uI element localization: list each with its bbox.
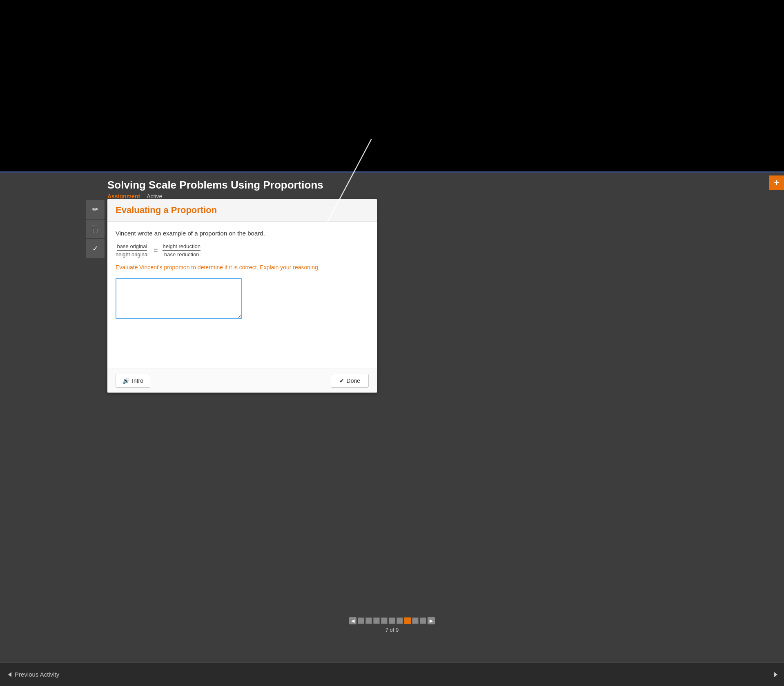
right-fraction-top: height reduction: [163, 243, 200, 251]
page-dot-9[interactable]: [420, 617, 426, 624]
pencil-tool-button[interactable]: ✏: [86, 200, 105, 219]
page-dots: ◀ ▶: [349, 617, 435, 624]
page-dot-6[interactable]: [396, 617, 403, 624]
page-dot-7[interactable]: [404, 617, 411, 624]
content-card: Evaluating a Proportion Vincent wrote an…: [107, 199, 377, 393]
audio-tool-button[interactable]: 🎧: [86, 220, 105, 238]
page-meta: Assignment Active: [107, 193, 323, 200]
equals-sign: =: [154, 246, 158, 255]
page-dot-3[interactable]: [373, 617, 380, 624]
left-fraction: base original height original: [116, 243, 149, 258]
page-dot-4[interactable]: [381, 617, 388, 624]
done-check-icon: ✔: [339, 377, 344, 384]
add-button[interactable]: +: [769, 175, 784, 190]
left-fraction-top: base original: [117, 243, 147, 251]
left-fraction-bottom: height original: [116, 251, 149, 258]
pagination-prev-button[interactable]: ◀: [349, 617, 356, 624]
card-footer: 🔊 Intro ✔ Done: [107, 369, 377, 393]
prev-activity-label: Previous Activity: [15, 671, 59, 678]
next-arrow-icon: [774, 672, 777, 677]
intro-button-label: Intro: [132, 377, 143, 384]
page-dot-5[interactable]: [389, 617, 395, 624]
check-icon: ✓: [92, 244, 98, 253]
pagination-next-button[interactable]: ▶: [428, 617, 435, 624]
right-fraction: height reduction base reduction: [163, 243, 200, 258]
question-intro-text: Vincent wrote an example of a proportion…: [116, 230, 369, 237]
next-activity-button[interactable]: [768, 663, 784, 686]
active-label: Active: [147, 193, 162, 200]
card-title: Evaluating a Proportion: [116, 205, 369, 215]
page-dot-1[interactable]: [358, 617, 364, 624]
sidebar-tools: ✏ 🎧 ✓: [86, 200, 105, 258]
card-body: Vincent wrote an example of a proportion…: [107, 222, 377, 369]
page-title: Solving Scale Problems Using Proportions: [107, 179, 323, 191]
check-tool-button[interactable]: ✓: [86, 239, 105, 258]
plus-icon: +: [774, 178, 780, 187]
proportion-display: base original height original = height r…: [116, 243, 369, 258]
done-button[interactable]: ✔ Done: [331, 374, 369, 388]
right-fraction-bottom: base reduction: [164, 251, 199, 258]
page-dot-2[interactable]: [365, 617, 372, 624]
bottom-nav: Previous Activity: [0, 662, 784, 686]
speaker-icon: 🔊: [122, 377, 129, 384]
black-top-area: [0, 0, 784, 171]
card-header: Evaluating a Proportion: [107, 199, 377, 222]
prev-activity-button[interactable]: Previous Activity: [0, 663, 67, 686]
page-dot-8[interactable]: [412, 617, 419, 624]
assignment-label: Assignment: [107, 193, 140, 200]
done-button-label: Done: [347, 377, 360, 384]
page-title-area: Solving Scale Problems Using Proportions…: [107, 179, 323, 200]
answer-textarea[interactable]: [116, 278, 242, 319]
prev-arrow-icon: [8, 672, 11, 677]
intro-button[interactable]: 🔊 Intro: [116, 374, 150, 388]
instruction-text: Evaluate Vincent's proportion to determi…: [116, 263, 369, 272]
pagination-area: ◀ ▶ 7 of 9: [0, 617, 784, 633]
pencil-icon: ✏: [92, 205, 98, 214]
page-count-label: 7 of 9: [385, 627, 399, 633]
headphone-icon: 🎧: [91, 224, 100, 233]
